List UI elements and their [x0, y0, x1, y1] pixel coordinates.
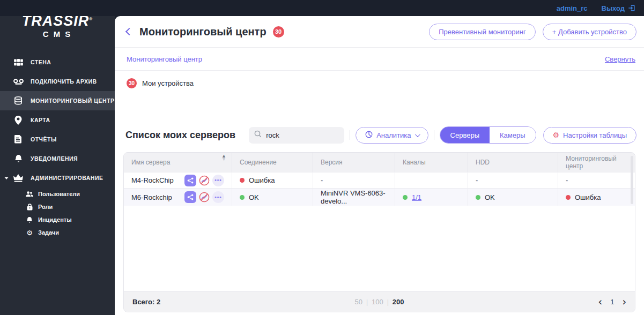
column-header-label: Мониторинговый центр — [566, 155, 627, 170]
collapse-link[interactable]: Свернуть — [605, 55, 635, 63]
analytics-disabled-icon[interactable] — [198, 191, 210, 203]
current-user[interactable]: admin_rc — [557, 4, 588, 12]
devices-group-row[interactable]: 30 Мои устройства — [115, 71, 644, 95]
server-list-title: Список моих серверов — [125, 130, 235, 141]
sidebar-subitem-incidents[interactable]: Инциденты — [0, 213, 115, 226]
hdd-status: OK — [485, 193, 495, 201]
server-list-toolbar: Список моих серверов Аналитика Серверы К… — [115, 126, 644, 144]
sidebar-item-monitoring-center[interactable]: Мониторинговый центр — [0, 91, 115, 110]
column-header-version[interactable]: Версия — [313, 153, 395, 172]
hdd-value: - — [476, 176, 478, 184]
toggle-cameras[interactable]: Камеры — [490, 127, 536, 143]
view-toggle: Серверы Камеры — [440, 126, 536, 144]
column-header-server-name[interactable]: Имя сервера ▲▼ — [124, 153, 232, 172]
page-size-100[interactable]: 100 — [372, 298, 383, 306]
sidebar-subitem-tasks[interactable]: ⚙ Задачи — [0, 226, 115, 239]
sidebar-subitem-roles[interactable]: Роли — [0, 200, 115, 213]
more-actions-icon[interactable]: ••• — [212, 175, 224, 186]
preventive-monitoring-button[interactable]: Превентивный мониторинг — [429, 24, 536, 40]
breadcrumb-item[interactable]: Мониторинговый центр — [127, 55, 202, 63]
sidebar-item-label: Мониторинговый центр — [31, 98, 114, 104]
sidebar-item-administration[interactable]: Администрирование — [0, 168, 115, 188]
table-row[interactable]: M6-Rockchip ••• OK MiniNVR VMS-6063-deve… — [124, 188, 635, 206]
divider: | — [366, 298, 368, 306]
status-dot-ok — [240, 195, 245, 200]
server-name: M4-RockChip — [131, 176, 174, 184]
pagination: ‹ 1 › — [598, 297, 626, 307]
column-header-connection[interactable]: Соединение — [232, 153, 313, 172]
status-dot-error — [566, 195, 571, 200]
page-size-50[interactable]: 50 — [354, 298, 362, 306]
logo-registered-mark: ® — [89, 17, 93, 21]
sidebar-item-wall[interactable]: Стена — [0, 52, 115, 72]
monitoring-status: Ошибка — [575, 193, 601, 201]
sidebar-item-map[interactable]: Карта — [0, 110, 115, 130]
status-dot-error — [240, 178, 245, 183]
column-header-label: HDD — [476, 159, 490, 166]
add-device-button[interactable]: + Добавить устройство — [543, 24, 636, 40]
search-input[interactable] — [266, 131, 330, 139]
sidebar-item-label: Стена — [31, 59, 51, 65]
devices-count-badge: 30 — [127, 78, 137, 88]
crown-icon — [13, 174, 24, 182]
logo-subtitle: CMS — [3, 29, 115, 39]
table-empty-area — [124, 206, 635, 291]
logo: TRASSIR® CMS — [0, 14, 115, 39]
scrollbar[interactable] — [631, 156, 633, 204]
search-icon — [254, 130, 262, 140]
column-header-monitoring-center[interactable]: Мониторинговый центр — [558, 153, 635, 172]
status-dot-ok — [403, 195, 408, 200]
more-actions-icon[interactable]: ••• — [212, 191, 224, 203]
sidebar-item-label: Подключить архив — [31, 78, 97, 85]
logout-button[interactable]: Выход — [602, 4, 635, 12]
analytics-icon — [365, 131, 373, 140]
version-value: - — [321, 176, 323, 184]
prev-page-icon[interactable]: ‹ — [598, 297, 603, 307]
sidebar-item-notifications[interactable]: Уведомления — [0, 149, 115, 168]
server-name: M6-Rockchip — [131, 193, 172, 201]
table-settings-label: Настройки таблицы — [563, 131, 627, 139]
analytics-dropdown-button[interactable]: Аналитика — [356, 127, 428, 144]
analytics-label: Аналитика — [376, 131, 411, 139]
map-pin-icon — [13, 116, 24, 125]
version-value: MiniNVR VMS-6063-develo... — [321, 189, 387, 205]
app-window: admin_rc Выход TRASSIR® CMS Стена Подклю… — [0, 0, 644, 315]
users-icon — [26, 191, 33, 197]
page-size-selector: 50 | 100 | 200 — [354, 298, 404, 306]
next-page-icon[interactable]: › — [622, 297, 626, 307]
sidebar-item-label: Администрирование — [31, 175, 103, 181]
breadcrumb: Мониторинговый центр Свернуть — [115, 48, 644, 70]
main-content: Мониторинговый центр 30 Превентивный мон… — [115, 16, 644, 315]
toggle-servers[interactable]: Серверы — [440, 127, 490, 143]
analytics-disabled-icon[interactable] — [198, 175, 210, 186]
database-icon — [13, 96, 24, 105]
table-row[interactable]: M4-RockChip ••• Ошибка - - - — [124, 172, 635, 188]
sidebar-item-connect-archive[interactable]: Подключить архив — [0, 72, 115, 91]
chevron-down-icon — [415, 132, 420, 137]
chevron-down-icon[interactable] — [4, 177, 9, 179]
share-icon[interactable] — [184, 175, 196, 186]
logout-icon — [628, 4, 635, 12]
sidebar-item-reports[interactable]: Отчёты — [0, 130, 115, 149]
sidebar-item-label: Уведомления — [31, 155, 78, 162]
page-size-200[interactable]: 200 — [393, 298, 404, 306]
back-button[interactable] — [125, 28, 133, 35]
total-count: Всего: 2 — [132, 298, 160, 306]
table-header-row: Имя сервера ▲▼ Соединение Версия Каналы … — [124, 153, 635, 172]
bell-icon — [13, 154, 24, 163]
voicemail-icon — [13, 78, 24, 85]
video-wall-icon — [13, 59, 24, 66]
sidebar-subitem-label: Задачи — [38, 229, 59, 236]
column-header-label: Имя сервера — [131, 159, 170, 166]
channels-link[interactable]: 1/1 — [412, 193, 421, 201]
search-box[interactable] — [249, 127, 344, 144]
logout-label: Выход — [602, 4, 625, 12]
table-settings-button[interactable]: ⚙ Настройки таблицы — [543, 127, 636, 144]
sidebar-subitem-users[interactable]: Пользователи — [0, 188, 115, 200]
sidebar-item-label: Отчёты — [31, 136, 57, 142]
sort-icon[interactable]: ▲▼ — [221, 155, 226, 161]
column-header-channels[interactable]: Каналы — [395, 153, 468, 172]
lock-icon — [26, 204, 33, 211]
share-icon[interactable] — [184, 191, 196, 203]
column-header-hdd[interactable]: HDD — [468, 153, 558, 172]
